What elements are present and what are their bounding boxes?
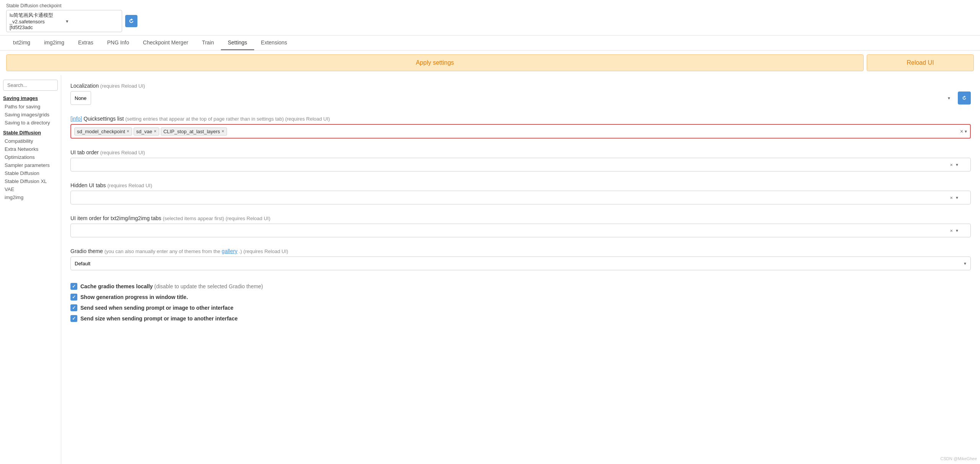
sidebar-item-stable-diffusion-link[interactable]: Stable Diffusion (3, 169, 58, 177)
tag-clip-stop-remove[interactable]: × (222, 129, 224, 134)
cache-gradio-themes-bold: Cache gradio themes locally (80, 283, 153, 289)
send-seed-checkbox[interactable] (70, 304, 77, 311)
refresh-icon (128, 18, 134, 24)
nav-tabs: txt2img img2img Extras PNG Info Checkpoi… (0, 36, 980, 51)
ui-tab-order-input[interactable]: × ▼ (70, 158, 971, 172)
action-bar: Apply settings Reload UI (0, 51, 980, 75)
tab-extensions[interactable]: Extensions (254, 36, 294, 50)
ui-tab-order-section: UI tab order (requires Reload UI) × ▼ (70, 149, 971, 172)
localization-select[interactable]: None (70, 91, 91, 105)
hidden-ui-tabs-dropdown[interactable]: ▼ (955, 196, 959, 200)
reload-ui-button[interactable]: Reload UI (867, 54, 974, 71)
ui-tab-order-note: (requires Reload UI) (100, 150, 145, 155)
send-size-row: Send size when sending prompt or image t… (70, 313, 971, 324)
checkpoint-value: lu简笔画风卡通模型_v2.safetensors [fd5f23adc (10, 12, 63, 30)
sidebar-item-img2img[interactable]: img2img (3, 193, 58, 201)
cache-gradio-themes-note: (disable to update the selected Gradio t… (154, 283, 263, 289)
hidden-ui-tabs-clear[interactable]: × (950, 195, 953, 201)
tab-train[interactable]: Train (195, 36, 221, 50)
sidebar-item-sampler-parameters[interactable]: Sampler parameters (3, 161, 58, 169)
hidden-ui-tabs-label: Hidden UI tabs (requires Reload UI) (70, 182, 971, 188)
hidden-ui-tabs-section: Hidden UI tabs (requires Reload UI) × ▼ (70, 182, 971, 204)
checkpoint-dropdown[interactable]: lu简笔画风卡通模型_v2.safetensors [fd5f23adc ▾ (6, 10, 122, 32)
top-bar: Stable Diffusion checkpoint lu简笔画风卡通模型_v… (0, 0, 980, 36)
checkpoint-row: lu简笔画风卡通模型_v2.safetensors [fd5f23adc ▾ (6, 10, 974, 32)
tab-checkpoint-merger[interactable]: Checkpoint Merger (136, 36, 195, 50)
tab-settings[interactable]: Settings (221, 36, 254, 50)
quicksettings-dropdown-button[interactable]: ▼ (964, 129, 968, 134)
quicksettings-label-text: Quicksettings list (83, 116, 124, 122)
localization-note: (requires Reload UI) (100, 83, 145, 89)
gallery-link[interactable]: gallery (222, 248, 237, 254)
tag-clip-stop-label: CLIP_stop_at_last_layers (163, 129, 220, 134)
send-seed-row: Send seed when sending prompt or image t… (70, 302, 971, 313)
localization-refresh-button[interactable] (958, 91, 971, 105)
quicksettings-info-link[interactable]: [info] (70, 116, 82, 122)
checkpoint-label: Stable Diffusion checkpoint (6, 3, 974, 8)
tab-img2img[interactable]: img2img (37, 36, 71, 50)
sidebar-item-optimizations[interactable]: Optimizations (3, 153, 58, 161)
tag-sd-vae-label: sd_vae (136, 129, 152, 134)
send-size-bold: Send size when sending prompt or image t… (80, 315, 238, 322)
sidebar-item-stable-diffusion[interactable]: Stable Diffusion (3, 130, 58, 136)
sidebar-item-paths-for-saving[interactable]: Paths for saving (3, 103, 58, 111)
send-size-label: Send size when sending prompt or image t… (80, 315, 238, 322)
tag-sd-vae: sd_vae × (134, 127, 159, 136)
chevron-down-icon: ▾ (66, 18, 119, 24)
ui-tab-order-wrapper: × ▼ (70, 158, 971, 172)
ui-tab-order-clear[interactable]: × (950, 162, 953, 168)
cache-gradio-themes-checkbox[interactable] (70, 283, 77, 290)
gradio-theme-section: Gradio theme (you can also manually ente… (70, 248, 971, 270)
tab-txt2img[interactable]: txt2img (6, 36, 37, 50)
gradio-theme-note2: .) (requires Reload UI) (239, 248, 288, 254)
sidebar-item-saving-images[interactable]: Saving images (3, 95, 58, 101)
ui-item-order-dropdown[interactable]: ▼ (955, 229, 959, 233)
sidebar-item-vae[interactable]: VAE (3, 185, 58, 193)
apply-settings-button[interactable]: Apply settings (6, 54, 864, 71)
ui-item-order-section: UI item order for txt2img/img2img tabs (… (70, 215, 971, 237)
tag-clip-stop: CLIP_stop_at_last_layers × (161, 127, 227, 136)
send-seed-bold: Send seed when sending prompt or image t… (80, 305, 234, 311)
sidebar-item-extra-networks[interactable]: Extra Networks (3, 145, 58, 153)
quicksettings-section: [info] Quicksettings list (setting entri… (70, 116, 971, 139)
watermark: CSDN @MikeGhee (940, 456, 977, 461)
quicksettings-clear-button[interactable]: × (960, 128, 963, 134)
sidebar-item-saving-images-grids[interactable]: Saving images/grids (3, 111, 58, 119)
quicksettings-label: [info] Quicksettings list (setting entri… (70, 116, 971, 122)
send-seed-label: Send seed when sending prompt or image t… (80, 305, 234, 311)
quicksettings-row: sd_model_checkpoint × sd_vae × CLIP_stop… (70, 124, 971, 139)
refresh-checkpoint-button[interactable] (125, 15, 137, 27)
show-progress-title-checkbox[interactable] (70, 294, 77, 301)
send-size-checkbox[interactable] (70, 315, 77, 322)
cache-gradio-themes-row: Cache gradio themes locally (disable to … (70, 281, 971, 292)
gradio-theme-wrapper: Default (70, 257, 971, 270)
tag-sd-model-checkpoint-label: sd_model_checkpoint (77, 129, 125, 134)
main-layout: Saving images Paths for saving Saving im… (0, 75, 980, 464)
hidden-ui-tabs-input[interactable]: × ▼ (70, 191, 971, 204)
ui-item-order-clear[interactable]: × (950, 228, 953, 234)
ui-tab-order-label: UI tab order (requires Reload UI) (70, 149, 971, 155)
sidebar-search-input[interactable] (3, 80, 58, 91)
localization-section: Localization (requires Reload UI) None (70, 83, 971, 105)
tag-sd-model-checkpoint-remove[interactable]: × (127, 129, 129, 134)
cache-gradio-themes-label: Cache gradio themes locally (disable to … (80, 283, 263, 289)
show-progress-title-label: Show generation progress in window title… (80, 294, 188, 300)
gradio-theme-select[interactable]: Default (70, 257, 971, 270)
show-progress-title-bold: Show generation progress in window title… (80, 294, 188, 300)
tab-extras[interactable]: Extras (71, 36, 100, 50)
sidebar-item-stable-diffusion-xl[interactable]: Stable Diffusion XL (3, 177, 58, 185)
gradio-theme-note: (you can also manually enter any of them… (105, 248, 222, 254)
tab-pnginfo[interactable]: PNG Info (100, 36, 136, 50)
tag-sd-vae-remove[interactable]: × (154, 129, 157, 134)
quicksettings-input[interactable]: sd_model_checkpoint × sd_vae × CLIP_stop… (70, 124, 971, 139)
ui-item-order-input[interactable]: × ▼ (70, 224, 971, 237)
ui-tab-order-dropdown[interactable]: ▼ (955, 163, 959, 167)
sidebar-item-saving-to-directory[interactable]: Saving to a directory (3, 119, 58, 127)
sidebar-item-compatibility[interactable]: Compatibility (3, 137, 58, 145)
refresh-icon (962, 95, 967, 101)
ui-item-order-label: UI item order for txt2img/img2img tabs (… (70, 215, 971, 221)
ui-item-order-wrapper: × ▼ (70, 224, 971, 237)
quicksettings-note: (setting entries that appear at the top … (125, 116, 330, 122)
settings-content: Localization (requires Reload UI) None (61, 75, 980, 464)
hidden-ui-tabs-note: (requires Reload UI) (108, 183, 152, 188)
